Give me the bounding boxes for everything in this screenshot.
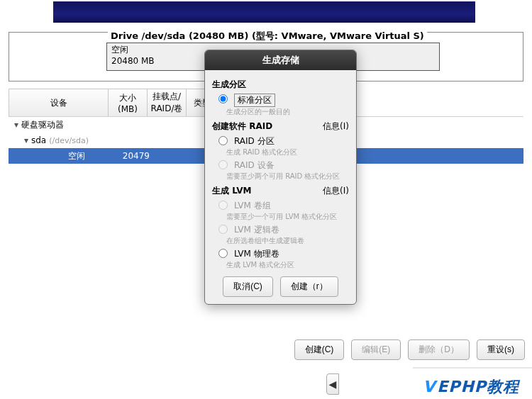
- option-raid-partition[interactable]: RAID 分区: [215, 135, 349, 147]
- radio-raid-partition[interactable]: [218, 136, 228, 145]
- dialog-buttons: 取消(C) 创建（r）: [212, 276, 349, 297]
- create-storage-dialog: 生成存储 生成分区 标准分区 生成分区的一般目的 创建软件 RAID 信息(I)…: [204, 50, 357, 305]
- drive-title: Drive /dev/sda (20480 MB) (型号: VMware, V…: [108, 30, 427, 43]
- radio-lvm-lv: [218, 225, 228, 234]
- watermark-v: V: [423, 378, 436, 395]
- back-button[interactable]: ◀: [326, 373, 339, 395]
- watermark-rest: EPHP教程: [437, 376, 519, 398]
- expander-icon[interactable]: ▾: [23, 135, 30, 145]
- tree-disk-label: sda: [31, 135, 46, 145]
- radio-raid-device: [218, 160, 228, 169]
- option-lvm-lv: LVM 逻辑卷: [215, 224, 349, 236]
- radio-lvm-vg: [218, 201, 228, 210]
- raid-info-link[interactable]: 信息(I): [323, 120, 349, 133]
- header-size[interactable]: 大小 (MB): [108, 89, 147, 116]
- bottom-toolbar: 创建(C) 编辑(E) 删除（D） 重设(s): [0, 339, 532, 360]
- dialog-create-button[interactable]: 创建（r）: [280, 276, 338, 297]
- dialog-title: 生成存储: [205, 50, 356, 70]
- dialog-cancel-button[interactable]: 取消(C): [223, 276, 273, 297]
- dialog-body: 生成分区 标准分区 生成分区的一般目的 创建软件 RAID 信息(I) RAID…: [205, 70, 356, 304]
- label-lvm-vg: LVM 卷组: [234, 200, 271, 212]
- hint-raid-partition: 生成 RAID 格式化分区: [226, 147, 349, 157]
- section-lvm: 生成 LVM 信息(I): [212, 185, 349, 197]
- create-button[interactable]: 创建(C): [294, 339, 345, 360]
- hint-lvm-vg: 需要至少一个可用 LVM 格式化分区: [226, 212, 349, 221]
- radio-standard-partition[interactable]: [218, 94, 228, 103]
- top-banner: [53, 1, 475, 23]
- expander-icon[interactable]: ▾: [13, 120, 20, 130]
- lvm-info-link[interactable]: 信息(I): [323, 185, 349, 197]
- hint-raid-device: 需要至少两个可用 RAID 格式化分区: [226, 172, 349, 181]
- section-partition: 生成分区: [212, 79, 349, 91]
- tree-free-label: 空闲: [68, 150, 85, 162]
- delete-button: 删除（D）: [408, 339, 470, 360]
- header-device[interactable]: 设备: [9, 89, 108, 116]
- reset-button[interactable]: 重设(s): [477, 339, 525, 360]
- app-root: Drive /dev/sda (20480 MB) (型号: VMware, V…: [0, 0, 532, 399]
- watermark: VEPHP教程: [413, 367, 532, 399]
- edit-button: 编辑(E): [351, 339, 401, 360]
- option-lvm-pv[interactable]: LVM 物理卷: [215, 248, 349, 260]
- tree-free-size: 20479: [116, 151, 155, 161]
- label-lvm-pv: LVM 物理卷: [234, 248, 279, 260]
- option-lvm-vg: LVM 卷组: [215, 200, 349, 212]
- section-raid: 创建软件 RAID 信息(I): [212, 120, 349, 133]
- label-standard-partition: 标准分区: [234, 94, 275, 107]
- option-standard-partition[interactable]: 标准分区: [215, 94, 349, 107]
- hint-standard: 生成分区的一般目的: [226, 107, 349, 116]
- hint-lvm-lv: 在所选卷组中生成逻辑卷: [226, 236, 349, 245]
- hint-lvm-pv: 生成 LVM 格式化分区: [226, 260, 349, 269]
- label-lvm-lv: LVM 逻辑卷: [234, 224, 279, 236]
- tree-root-label: 硬盘驱动器: [21, 119, 64, 131]
- radio-lvm-pv[interactable]: [218, 249, 228, 258]
- header-mount[interactable]: 挂载点/ RAID/卷: [147, 89, 186, 116]
- option-raid-device: RAID 设备: [215, 159, 349, 172]
- label-raid-partition: RAID 分区: [234, 135, 275, 147]
- tree-disk-path: (/dev/sda): [49, 136, 89, 145]
- label-raid-device: RAID 设备: [234, 159, 275, 172]
